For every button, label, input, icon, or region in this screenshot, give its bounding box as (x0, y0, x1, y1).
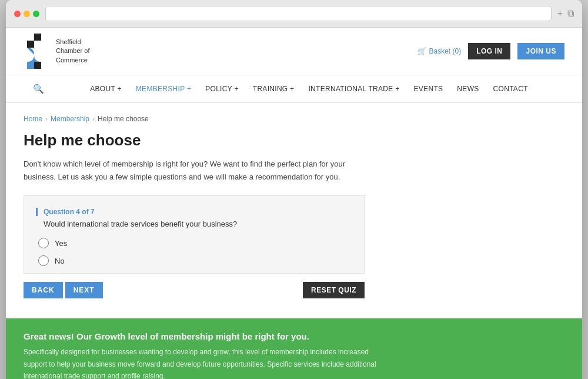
breadcrumb-current: Help me choose (98, 115, 149, 123)
join-button[interactable]: JOIN US (517, 43, 564, 59)
nav-events[interactable]: EVENTS (407, 77, 450, 101)
quiz-buttons: BACK NEXT RESET QUIZ (24, 274, 365, 307)
nav-contact[interactable]: CONTACT (486, 77, 535, 101)
recommendation-banner: Great news! Our Growth level of membersh… (6, 318, 582, 379)
radio-no[interactable] (38, 255, 49, 266)
svg-rect-1 (27, 41, 34, 48)
browser-traffic-lights (14, 11, 39, 17)
breadcrumb-home[interactable]: Home (24, 115, 42, 123)
nav-news[interactable]: NEWS (450, 77, 486, 101)
radio-yes[interactable] (38, 238, 49, 248)
main-content: Home › Membership › Help me choose Help … (6, 103, 582, 307)
breadcrumb: Home › Membership › Help me choose (24, 115, 564, 123)
maximize-button[interactable] (33, 11, 39, 17)
quiz-nav-buttons: BACK NEXT (24, 282, 103, 298)
option-yes: Yes (36, 238, 352, 248)
search-icon[interactable]: 🔍 (24, 75, 54, 102)
nav-international-trade[interactable]: INTERNATIONAL TRADE + (301, 77, 406, 101)
header-top: Sheffield Chamber of Commerce 🛒 Basket (… (6, 28, 582, 75)
svg-rect-2 (34, 62, 41, 69)
nav-training[interactable]: TRAINING + (246, 77, 302, 101)
nav-items: ABOUT + MEMBERSHIP + POLICY + TRAINING +… (54, 77, 564, 101)
close-button[interactable] (14, 11, 21, 17)
label-yes[interactable]: Yes (55, 239, 67, 248)
nav-policy[interactable]: POLICY + (198, 77, 246, 101)
quiz-box: Question 4 of 7 Would international trad… (24, 195, 365, 274)
reset-button[interactable]: RESET QUIZ (303, 282, 365, 298)
page-description: Don't know which level of membership is … (24, 158, 365, 184)
site-navigation: 🔍 ABOUT + MEMBERSHIP + POLICY + TRAINING… (6, 75, 582, 102)
next-button[interactable]: NEXT (65, 282, 103, 298)
logo-icon (24, 34, 50, 69)
header-right: 🛒 Basket (0) LOG IN JOIN US (417, 43, 564, 59)
recommendation-title: Great news! Our Growth level of membersh… (24, 331, 564, 341)
page-content: Sheffield Chamber of Commerce 🛒 Basket (… (6, 28, 582, 379)
question-text: Would international trade services benef… (36, 220, 352, 228)
breadcrumb-membership[interactable]: Membership (51, 115, 89, 123)
browser-chrome: + ⧉ (6, 0, 582, 28)
option-no: No (36, 255, 352, 266)
logo-text: Sheffield Chamber of Commerce (56, 38, 89, 65)
svg-rect-0 (34, 34, 41, 41)
nav-about[interactable]: ABOUT + (83, 77, 129, 101)
browser-actions: + ⧉ (557, 8, 574, 19)
basket-icon: 🛒 (417, 47, 426, 55)
copy-icon[interactable]: ⧉ (567, 8, 574, 19)
address-bar[interactable] (45, 6, 552, 21)
page-title: Help me choose (24, 131, 564, 149)
back-button[interactable]: BACK (24, 282, 63, 298)
site-header: Sheffield Chamber of Commerce 🛒 Basket (… (6, 28, 582, 103)
login-button[interactable]: LOG IN (468, 43, 510, 59)
minimize-button[interactable] (24, 11, 30, 17)
label-no[interactable]: No (55, 257, 65, 265)
new-tab-icon[interactable]: + (557, 8, 563, 19)
basket-link[interactable]: 🛒 Basket (0) (417, 47, 461, 55)
question-label: Question 4 of 7 (36, 208, 352, 216)
recommendation-description: Specifically designed for businesses wan… (24, 346, 388, 379)
nav-membership[interactable]: MEMBERSHIP + (129, 77, 198, 101)
logo-area: Sheffield Chamber of Commerce (24, 34, 89, 69)
